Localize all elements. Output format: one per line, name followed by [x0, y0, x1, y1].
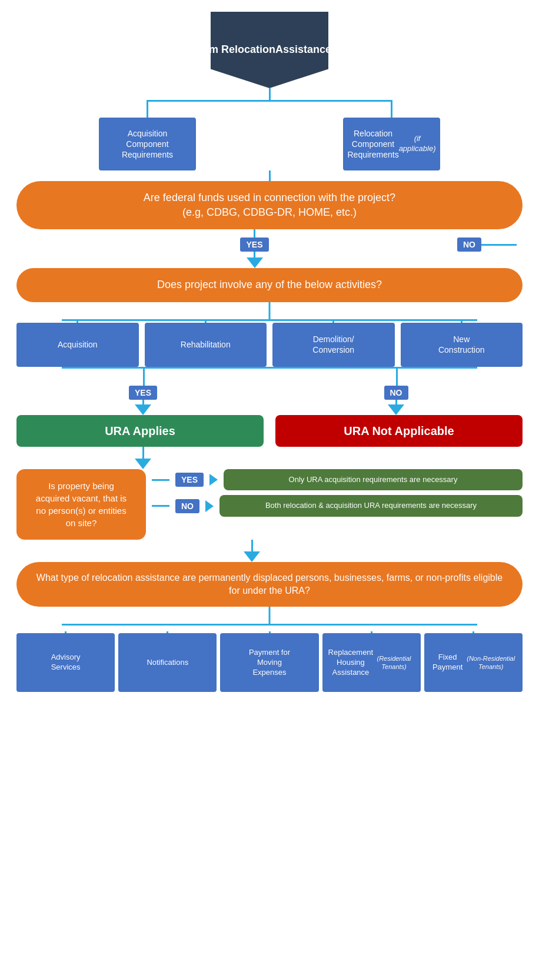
property-left: Is property being acquired vacant, that … [16, 469, 146, 540]
conn-to-q4 [16, 540, 487, 562]
conn-no-prop-h [152, 505, 169, 507]
arrow-yes-2 [135, 404, 151, 415]
ura-not-node: URA Not Applicable [275, 415, 523, 447]
activity-rehabilitation: Rehabilitation [145, 323, 267, 367]
activity-acquisition: Acquisition [16, 323, 139, 367]
ura-applies-node: URA Applies [16, 415, 264, 447]
ura-not-col: URA Not Applicable [275, 415, 523, 447]
q1-node: Are federal funds used in connection wit… [16, 181, 523, 229]
connector-top-branch [269, 88, 271, 100]
q3-node: Is property being acquired vacant, that … [16, 469, 146, 540]
no-result-node: Both relocation & acquisition URA requir… [219, 495, 523, 517]
property-section: Is property being acquired vacant, that … [16, 469, 523, 540]
h-bar-bottom [62, 624, 477, 626]
conn-to-activities [269, 302, 271, 321]
conn-ura-down [142, 447, 144, 459]
ura-applies-connector [16, 447, 270, 469]
card-payment-node: Payment for Moving Expenses [220, 633, 318, 692]
conn-to-q4-section [16, 540, 523, 562]
activity-demolition: Demolition/ Conversion [272, 323, 395, 367]
v-no-act [396, 367, 398, 386]
no-branch-2: NO [333, 386, 460, 415]
arrow-yes-1 [247, 257, 263, 268]
yes-no-row-2: YES NO [16, 386, 523, 415]
yes-prop-row: YES Only URA acquisition requirements ar… [152, 469, 523, 491]
activities-row: Acquisition Rehabilitation Demolition/ C… [16, 321, 523, 367]
no-badge-2: NO [384, 386, 408, 400]
relocation-node: Relocation Component Requirements (if ap… [343, 118, 440, 170]
q2-node: Does project involve any of the below ac… [16, 268, 523, 302]
conn-center-down [269, 607, 271, 626]
card-payment: Payment for Moving Expenses [220, 631, 318, 692]
conn-yes-top [254, 229, 255, 238]
activities-bottom-connector [16, 367, 523, 386]
relocation-label: Relocation Component Requirements [347, 128, 398, 160]
connector-right-v [391, 100, 392, 118]
v-yes-act [143, 367, 145, 386]
card-advisory: Advisory Services [16, 631, 115, 692]
card-replacement: Replacement Housing Assistance (Resident… [322, 631, 421, 692]
no-badge-prop: NO [175, 499, 199, 513]
activity-col-2: Demolition/ Conversion [272, 321, 395, 367]
conn-yes2 [142, 400, 144, 404]
activity-col-1: Rehabilitation [145, 321, 267, 367]
ura-row: URA Applies URA Not Applicable [16, 415, 523, 447]
h-connector-top [147, 100, 392, 102]
connector-left-v [147, 100, 148, 118]
card-fixed: Fixed Payment (Non-Residential Tenants) [424, 631, 523, 692]
h-bar-activities [62, 319, 477, 321]
arrow-right-no [205, 500, 214, 512]
h-bar-bot-activities [62, 367, 477, 369]
card-notifications: Notifications [118, 631, 217, 692]
no-prop-row: NO Both relocation & acquisition URA req… [152, 495, 523, 517]
connector-to-q1 [269, 170, 271, 181]
card-fixed-node: Fixed Payment (Non-Residential Tenants) [424, 633, 523, 692]
arrow-ura-down [135, 459, 151, 469]
arrow-q4 [244, 551, 260, 562]
no-badge-1: NO [457, 238, 481, 252]
arrow-right-yes [209, 474, 218, 486]
relocation-sublabel: (if applicable) [399, 134, 436, 154]
conn-q4-v [251, 540, 253, 551]
yes-badge-2: YES [129, 386, 157, 400]
activity-new-construction: New Construction [401, 323, 523, 367]
card-replacement-node: Replacement Housing Assistance (Resident… [322, 633, 421, 692]
conn-no-h [481, 244, 517, 246]
ura-connector-section [16, 447, 523, 469]
ura-applies-col: URA Applies [16, 415, 264, 447]
top-section: Uniform Relocation Assistance (URA) [211, 12, 328, 88]
arrow-no-2 [388, 404, 404, 415]
conn-yes-prop-h [152, 479, 169, 481]
yes-badge-1: YES [240, 238, 268, 252]
yes-badge-prop: YES [175, 473, 204, 487]
ura-title-node: Uniform Relocation Assistance (URA) [211, 12, 328, 88]
activity-col-3: New Construction [401, 321, 523, 367]
ura-not-spacer [270, 447, 523, 469]
conn-yes-mid [254, 252, 255, 257]
activity-col-0: Acquisition [16, 321, 139, 367]
acquisition-node: Acquisition Component Requirements [99, 118, 196, 170]
card-advisory-node: Advisory Services [16, 633, 115, 692]
bottom-cards-row: Advisory Services Notifications Payment … [16, 631, 523, 692]
property-right: YES Only URA acquisition requirements ar… [152, 469, 523, 517]
conn-no2 [395, 400, 397, 404]
activities-connector-section [16, 302, 523, 321]
card-notifications-node: Notifications [118, 633, 217, 692]
q4-node: What type of relocation assistance are p… [16, 562, 523, 607]
flowchart: Uniform Relocation Assistance (URA) Acqu… [16, 12, 523, 968]
yes-result-node: Only URA acquisition requirements are ne… [224, 469, 523, 491]
yes-branch-2: YES [80, 386, 207, 415]
bottom-connector-section [16, 607, 523, 626]
